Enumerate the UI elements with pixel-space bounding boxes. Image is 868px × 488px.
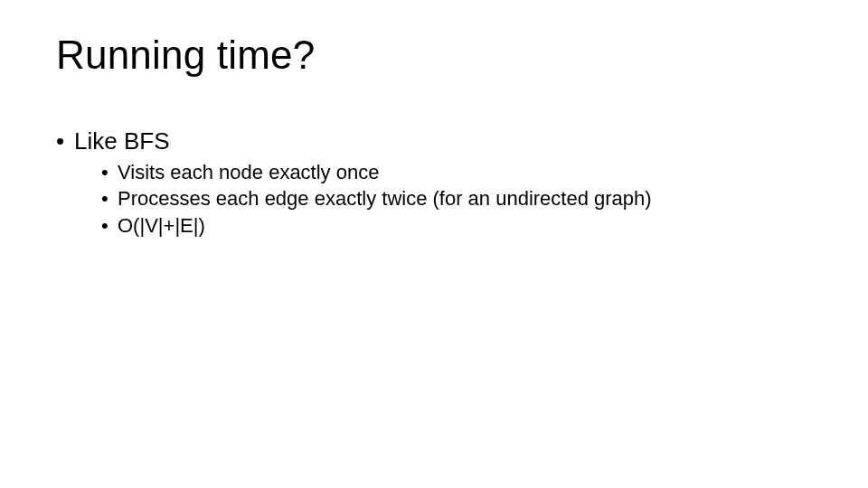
list-item: Processes each edge exactly twice (for a… xyxy=(101,186,812,211)
slide: Running time? Like BFS Visits each node … xyxy=(0,0,868,488)
list-item: O(|V|+|E|) xyxy=(101,213,812,239)
list-item-label: Visits each node exactly once xyxy=(118,161,379,183)
list-item: Like BFS Visits each node exactly once P… xyxy=(56,127,812,238)
bullet-list-level2: Visits each node exactly once Processes … xyxy=(74,160,812,239)
list-item: Visits each node exactly once xyxy=(101,160,812,185)
slide-title: Running time? xyxy=(56,33,315,78)
list-item-label: Like BFS xyxy=(74,127,170,155)
slide-body: Like BFS Visits each node exactly once P… xyxy=(56,127,812,243)
list-item-label: O(|V|+|E|) xyxy=(118,214,205,237)
bullet-list-level1: Like BFS Visits each node exactly once P… xyxy=(56,127,812,238)
list-item-label: Processes each edge exactly twice (for a… xyxy=(118,187,652,210)
